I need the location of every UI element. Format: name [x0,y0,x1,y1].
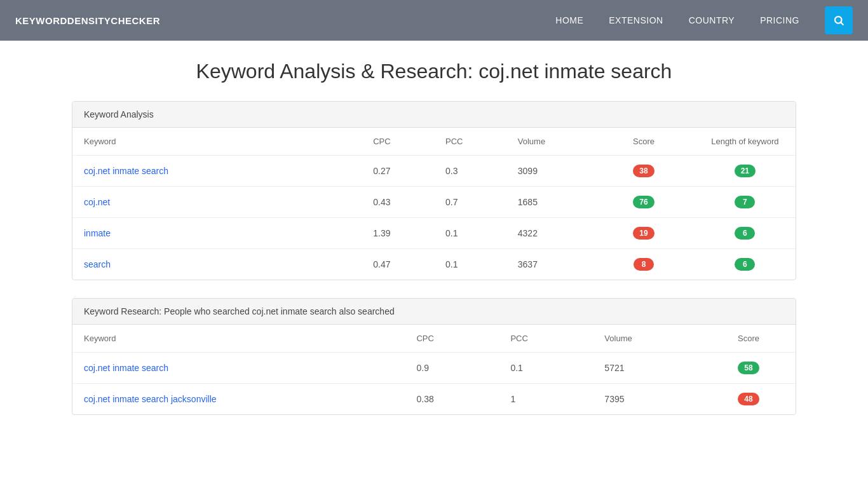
table-row: coj.net inmate search 0.27 0.3 3099 38 2… [72,156,796,187]
score-badge: 48 [738,393,759,405]
volume-cell: 7395 [593,384,702,415]
keyword-cell: search [72,249,362,280]
col2-score: Score [702,325,796,353]
keyword-link[interactable]: coj.net inmate search [84,166,168,176]
pcc-cell: 1 [499,384,593,415]
research-table-body: coj.net inmate search 0.9 0.1 5721 58 co… [72,353,796,415]
col2-pcc: PCC [499,325,593,353]
nav-home[interactable]: HOME [555,15,583,25]
length-cell: 7 [695,187,796,218]
score-cell: 58 [702,353,796,384]
length-cell: 6 [695,218,796,249]
research-card-header: Keyword Research: People who searched co… [72,299,796,325]
table-row: coj.net 0.43 0.7 1685 76 7 [72,187,796,218]
svg-line-1 [841,22,843,24]
keyword-link[interactable]: coj.net inmate search jacksonville [84,394,217,404]
col-cpc: CPC [362,128,434,156]
keyword-cell: coj.net [72,187,362,218]
score-badge: 8 [634,258,654,271]
table-row: search 0.47 0.1 3637 8 6 [72,249,796,280]
table-row: coj.net inmate search jacksonville 0.38 … [72,384,796,415]
cpc-cell: 0.43 [362,187,434,218]
score-cell: 8 [593,249,694,280]
col2-cpc: CPC [405,325,499,353]
col-pcc: PCC [434,128,506,156]
volume-cell: 1685 [506,187,593,218]
cpc-cell: 0.27 [362,156,434,187]
table-row: inmate 1.39 0.1 4322 19 6 [72,218,796,249]
cpc-cell: 0.38 [405,384,499,415]
length-badge: 21 [735,165,756,177]
score-cell: 76 [593,187,694,218]
score-badge: 19 [633,227,654,240]
keyword-cell: coj.net inmate search [72,156,362,187]
main-content: Keyword Analysis & Research: coj.net inm… [59,41,809,452]
pcc-cell: 0.1 [499,353,593,384]
pcc-cell: 0.3 [434,156,506,187]
keyword-cell: coj.net inmate search [72,353,405,384]
score-cell: 48 [702,384,796,415]
keyword-link[interactable]: coj.net [84,197,110,207]
length-badge: 7 [735,196,755,208]
nav-country[interactable]: COUNTRY [689,15,735,25]
search-button[interactable] [825,6,853,34]
pcc-cell: 0.1 [434,218,506,249]
search-icon [833,15,844,26]
pcc-cell: 0.1 [434,249,506,280]
navbar: KEYWORDDENSITYCHECKER HOME EXTENSION COU… [0,0,868,41]
score-badge: 76 [633,196,654,208]
keyword-cell: inmate [72,218,362,249]
pcc-cell: 0.7 [434,187,506,218]
length-badge: 6 [735,227,755,240]
cpc-cell: 0.9 [405,353,499,384]
col-length: Length of keyword [695,128,796,156]
keyword-link[interactable]: search [84,259,111,269]
table-row: coj.net inmate search 0.9 0.1 5721 58 [72,353,796,384]
col-volume: Volume [506,128,593,156]
nav-extension[interactable]: EXTENSION [609,15,663,25]
col2-volume: Volume [593,325,702,353]
length-badge: 6 [735,258,755,271]
analysis-table: Keyword CPC PCC Volume Score Length of k… [72,128,796,280]
brand-logo: KEYWORDDENSITYCHECKER [15,15,160,26]
keyword-cell: coj.net inmate search jacksonville [72,384,405,415]
length-cell: 6 [695,249,796,280]
score-badge: 38 [633,165,654,177]
col-keyword: Keyword [72,128,362,156]
analysis-card: Keyword Analysis Keyword CPC PCC Volume … [72,101,796,280]
research-table-head: Keyword CPC PCC Volume Score [72,325,796,353]
analysis-table-head: Keyword CPC PCC Volume Score Length of k… [72,128,796,156]
col-score: Score [593,128,694,156]
cpc-cell: 0.47 [362,249,434,280]
research-card: Keyword Research: People who searched co… [72,298,796,415]
analysis-table-body: coj.net inmate search 0.27 0.3 3099 38 2… [72,156,796,280]
keyword-link[interactable]: coj.net inmate search [84,363,168,373]
volume-cell: 4322 [506,218,593,249]
score-cell: 19 [593,218,694,249]
keyword-link[interactable]: inmate [84,228,111,238]
score-cell: 38 [593,156,694,187]
nav-links: HOME EXTENSION COUNTRY PRICING [555,15,799,25]
research-table: Keyword CPC PCC Volume Score coj.net inm… [72,325,796,414]
col2-keyword: Keyword [72,325,405,353]
page-title: Keyword Analysis & Research: coj.net inm… [72,60,796,83]
volume-cell: 3637 [506,249,593,280]
volume-cell: 3099 [506,156,593,187]
volume-cell: 5721 [593,353,702,384]
length-cell: 21 [695,156,796,187]
score-badge: 58 [738,362,759,374]
cpc-cell: 1.39 [362,218,434,249]
analysis-card-header: Keyword Analysis [72,102,796,128]
nav-pricing[interactable]: PRICING [760,15,799,25]
